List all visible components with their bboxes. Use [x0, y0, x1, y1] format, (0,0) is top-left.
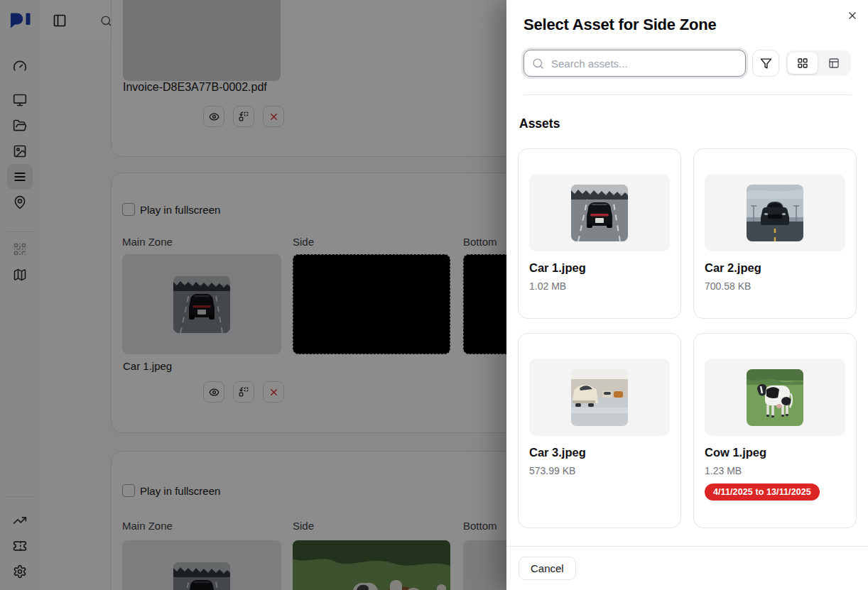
car-2-thumbnail	[747, 185, 803, 241]
asset-name: Cow 1.jpeg	[705, 446, 845, 459]
cow-1-thumbnail	[747, 369, 803, 426]
car-1-thumbnail	[571, 185, 628, 241]
dialog-footer: Cancel	[506, 546, 868, 590]
search-icon	[532, 58, 544, 70]
select-asset-dialog: Select Asset for Side Zone Assets	[506, 0, 868, 590]
screen: Search... ⌘ K Invoice-D8E3A77B-0002.pdf …	[0, 0, 868, 590]
dialog-title: Select Asset for Side Zone	[523, 16, 851, 34]
dialog-header: Select Asset for Side Zone	[506, 0, 868, 95]
table-view-button[interactable]	[819, 53, 849, 74]
asset-grid: Car 1.jpeg 1.02 MB Car 2.jpeg 700.58 KB …	[518, 148, 857, 528]
asset-size: 1.02 MB	[529, 280, 670, 292]
grid-view-button[interactable]	[788, 53, 818, 74]
view-toggle	[786, 50, 851, 76]
asset-size: 1.23 MB	[705, 465, 845, 476]
asset-thumb-area	[529, 174, 670, 251]
asset-toolbar	[523, 50, 851, 77]
close-button[interactable]	[845, 9, 859, 23]
dialog-body: Assets Car 1.jpeg 1.02 MB Car 2.jpeg 700…	[506, 95, 868, 546]
asset-thumb-area	[529, 359, 670, 436]
filter-button[interactable]	[752, 50, 779, 77]
filter-icon	[760, 58, 772, 70]
asset-name: Car 3.jpeg	[529, 446, 670, 459]
assets-section-title: Assets	[519, 116, 857, 131]
cancel-button[interactable]: Cancel	[519, 557, 576, 580]
asset-card-car-3[interactable]: Car 3.jpeg 573.99 KB	[518, 333, 681, 528]
grid-icon	[797, 58, 808, 69]
asset-search-input[interactable]	[550, 57, 737, 70]
table-icon	[828, 58, 840, 69]
asset-thumb-area	[705, 359, 845, 436]
asset-size: 573.99 KB	[529, 465, 670, 476]
asset-name: Car 1.jpeg	[529, 261, 670, 275]
header-divider	[523, 94, 851, 95]
asset-card-car-2[interactable]: Car 2.jpeg 700.58 KB	[693, 148, 857, 319]
asset-name: Car 2.jpeg	[705, 261, 845, 275]
car-3-thumbnail	[571, 369, 628, 426]
asset-card-car-1[interactable]: Car 1.jpeg 1.02 MB	[518, 148, 681, 319]
schedule-badge: 4/11/2025 to 13/11/2025	[705, 484, 820, 501]
close-icon	[847, 10, 858, 21]
asset-size: 700.58 KB	[705, 280, 845, 292]
asset-search	[523, 50, 746, 77]
asset-thumb-area	[705, 174, 845, 251]
asset-card-cow-1[interactable]: Cow 1.jpeg 1.23 MB 4/11/2025 to 13/11/20…	[693, 333, 857, 528]
